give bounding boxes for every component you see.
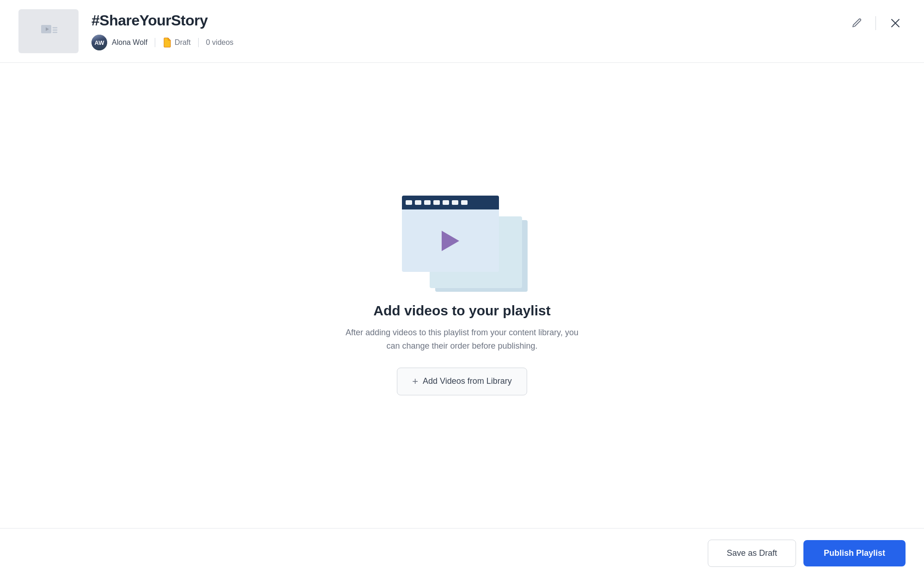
- film-hole-6: [452, 200, 458, 205]
- draft-label: Draft: [175, 38, 191, 47]
- video-count: 0 videos: [206, 38, 234, 47]
- save-draft-button[interactable]: Save as Draft: [708, 540, 796, 567]
- close-button[interactable]: [885, 13, 906, 33]
- playlist-thumbnail: [18, 9, 79, 53]
- card-play-area: [402, 209, 499, 272]
- draft-document-icon: [163, 37, 172, 48]
- empty-state-title: Add videos to your playlist: [373, 303, 550, 319]
- author-name: Alona Wolf: [112, 38, 147, 47]
- save-draft-label: Save as Draft: [727, 548, 777, 558]
- draft-badge: Draft: [163, 37, 191, 48]
- close-icon: [889, 17, 902, 30]
- empty-state: Add videos to your playlist After adding…: [342, 196, 582, 395]
- meta-separator-2: [198, 38, 199, 47]
- avatar: AW: [91, 35, 107, 50]
- footer: Save as Draft Publish Playlist: [0, 528, 924, 578]
- edit-button[interactable]: [848, 14, 866, 32]
- plus-icon: +: [412, 375, 418, 387]
- film-hole-4: [433, 200, 440, 205]
- empty-state-illustration: [402, 196, 522, 288]
- film-hole-5: [443, 200, 449, 205]
- header-meta: AW Alona Wolf Draft 0 videos: [91, 35, 233, 50]
- film-strip: [402, 196, 499, 209]
- add-videos-button[interactable]: + Add Videos from Library: [397, 368, 527, 395]
- page-wrapper: #ShareYourStory AW Alona Wolf: [0, 0, 924, 578]
- publish-playlist-button[interactable]: Publish Playlist: [803, 540, 906, 566]
- empty-text-group: Add videos to your playlist After adding…: [342, 303, 582, 353]
- film-hole-1: [406, 200, 412, 205]
- card-main: [402, 196, 499, 272]
- film-hole-2: [415, 200, 421, 205]
- main-content: Add videos to your playlist After adding…: [0, 63, 924, 528]
- header-actions: [848, 13, 906, 33]
- playlist-title: #ShareYourStory: [91, 12, 233, 29]
- add-videos-label: Add Videos from Library: [423, 376, 512, 386]
- header: #ShareYourStory AW Alona Wolf: [0, 0, 924, 63]
- film-hole-3: [424, 200, 431, 205]
- header-divider: [875, 16, 876, 30]
- author-info: AW Alona Wolf: [91, 35, 147, 50]
- pencil-icon: [851, 18, 863, 29]
- film-hole-7: [461, 200, 468, 205]
- publish-label: Publish Playlist: [824, 548, 885, 558]
- avatar-inner: AW: [91, 35, 107, 50]
- empty-state-subtitle: After adding videos to this playlist fro…: [342, 326, 582, 353]
- meta-separator: [155, 38, 155, 47]
- header-info: #ShareYourStory AW Alona Wolf: [91, 12, 233, 50]
- play-icon: [442, 231, 459, 251]
- playlist-thumbnail-icon: [39, 21, 58, 42]
